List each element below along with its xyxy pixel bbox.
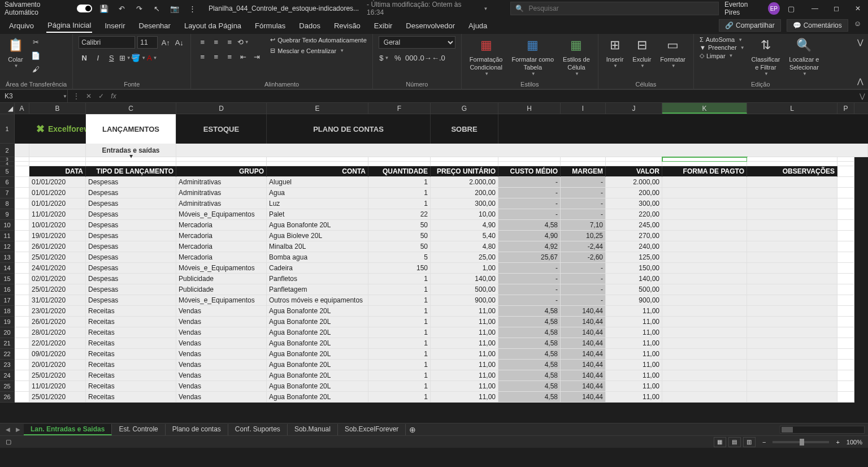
cell[interactable]: 11,00 (431, 370, 498, 381)
cell[interactable]: 1,00 (431, 263, 498, 274)
cell[interactable]: Despesas (86, 252, 176, 263)
cancel-formula-icon[interactable]: ✕ (84, 92, 94, 100)
column-header-J[interactable]: J (606, 103, 662, 114)
cell[interactable]: 20/01/2020 (29, 360, 86, 370)
column-header-G[interactable]: G (431, 103, 498, 114)
font-name-select[interactable] (79, 36, 135, 49)
format-as-table-button[interactable]: ▦Formatar como Tabela▼ (510, 36, 557, 79)
zoom-in-icon[interactable]: + (836, 439, 839, 446)
row-header-6[interactable]: 6 (0, 177, 15, 188)
cell[interactable]: 2.000,00 (431, 177, 498, 188)
menu-tab-desenhar[interactable]: Desenhar (138, 19, 172, 32)
cell[interactable]: Despesas (86, 209, 176, 220)
cell[interactable] (662, 360, 747, 370)
number-format-select[interactable]: Geral (379, 36, 455, 49)
table-header[interactable]: QUANTIDADE (368, 166, 431, 177)
cell[interactable]: 5,40 (431, 231, 498, 241)
cell[interactable]: 11,00 (431, 317, 498, 327)
cell[interactable] (747, 220, 837, 231)
cell[interactable]: 270,00 (606, 231, 662, 241)
menu-tab-página-inicial[interactable]: Página Inicial (46, 19, 92, 33)
cell[interactable]: - (498, 188, 561, 198)
cell[interactable]: - (561, 198, 606, 209)
cell[interactable]: 4,58 (498, 370, 561, 381)
cell[interactable] (747, 317, 837, 327)
cell[interactable]: 11/01/2020 (29, 381, 86, 392)
cell[interactable]: Receitas (86, 370, 176, 381)
row-header-13[interactable]: 13 (0, 252, 15, 263)
cell[interactable]: 140,44 (561, 370, 606, 381)
cell[interactable]: Panfletagem (267, 284, 368, 295)
column-header-F[interactable]: F (368, 103, 431, 114)
row-header-12[interactable]: 12 (0, 241, 15, 252)
cell[interactable] (747, 188, 837, 198)
thousands-icon[interactable]: 000 (406, 52, 417, 63)
clear-button[interactable]: ◇ Limpar▼ (700, 52, 745, 59)
cell[interactable]: 11,00 (606, 349, 662, 360)
cell[interactable]: 25/01/2020 (29, 252, 86, 263)
cell[interactable]: 1 (368, 306, 431, 317)
cell[interactable]: 4,92 (498, 241, 561, 252)
cell[interactable] (747, 209, 837, 220)
cell[interactable]: Receitas (86, 392, 176, 403)
cell[interactable]: - (498, 209, 561, 220)
align-top-icon[interactable]: ≡ (197, 36, 208, 47)
column-header-A[interactable]: A (15, 103, 29, 114)
cell[interactable]: - (498, 284, 561, 295)
cell[interactable]: - (561, 274, 606, 284)
cell[interactable] (747, 370, 837, 381)
cell[interactable]: Despesas (86, 241, 176, 252)
nav-tab-plano-de-contas[interactable]: PLANO DE CONTAS (267, 114, 431, 144)
cell[interactable]: Agua Bonafonte 20L (267, 338, 368, 349)
cell[interactable]: Despesas (86, 220, 176, 231)
cell[interactable]: Agua (267, 188, 368, 198)
decrease-font-icon[interactable]: A↓ (173, 37, 185, 48)
cell[interactable]: 4,58 (498, 381, 561, 392)
cell[interactable] (662, 188, 747, 198)
cell[interactable]: 24/01/2020 (29, 263, 86, 274)
cell[interactable]: -2,44 (561, 241, 606, 252)
cell[interactable] (662, 327, 747, 338)
row-header-18[interactable]: 18 (0, 306, 15, 317)
redo-icon[interactable]: ↷ (133, 2, 145, 15)
cell[interactable]: 11/01/2020 (29, 209, 86, 220)
cell[interactable]: 50 (368, 220, 431, 231)
horizontal-scrollbar[interactable] (780, 426, 865, 434)
cell[interactable] (662, 381, 747, 392)
font-color-icon[interactable]: A▼ (146, 52, 158, 63)
row-header-16[interactable]: 16 (0, 284, 15, 295)
cell[interactable]: 300,00 (431, 198, 498, 209)
cell[interactable]: - (561, 295, 606, 306)
conditional-formatting-button[interactable]: ▦Formatação Condicional▼ (467, 36, 505, 79)
paste-button[interactable]: 📋Colar▼ (6, 36, 25, 70)
column-header-I[interactable]: I (561, 103, 606, 114)
cell[interactable]: Agua Bonafonte 20L (267, 392, 368, 403)
cell[interactable]: 140,44 (561, 317, 606, 327)
fill-color-icon[interactable]: 🪣▼ (133, 52, 144, 63)
page-break-view-icon[interactable]: ▥ (743, 437, 756, 447)
comments-button[interactable]: 💬 Comentários (787, 19, 848, 32)
cell[interactable]: Vendas (176, 327, 267, 338)
cell[interactable]: Receitas (86, 349, 176, 360)
cell[interactable]: 140,44 (561, 360, 606, 370)
table-header[interactable]: CUSTO MÉDIO (498, 166, 561, 177)
cell[interactable]: 50 (368, 231, 431, 241)
cell[interactable]: 2.000,00 (606, 177, 662, 188)
ribbon-display-icon[interactable]: ▢ (785, 2, 797, 15)
scrollbar-thumb[interactable] (782, 427, 793, 433)
wrap-text-button[interactable]: ↩Quebrar Texto Automaticamente (270, 36, 367, 44)
row-header-20[interactable]: 20 (0, 327, 15, 338)
name-box[interactable]: ▼ (0, 90, 68, 102)
cell[interactable]: Receitas (86, 317, 176, 327)
search-box[interactable]: 🔍 (510, 2, 719, 15)
copy-icon[interactable]: 📄 (30, 50, 41, 61)
cell[interactable]: 240,00 (606, 241, 662, 252)
cell[interactable]: 23/01/2020 (29, 306, 86, 317)
cell[interactable]: 10,00 (431, 209, 498, 220)
sheet-nav-prev-icon[interactable]: ◀ (3, 426, 12, 433)
sheet-nav-next-icon[interactable]: ▶ (14, 426, 23, 433)
cut-icon[interactable]: ✂ (30, 36, 41, 47)
cell[interactable]: 1 (368, 274, 431, 284)
cell[interactable] (747, 274, 837, 284)
table-header[interactable]: GRUPO (176, 166, 267, 177)
